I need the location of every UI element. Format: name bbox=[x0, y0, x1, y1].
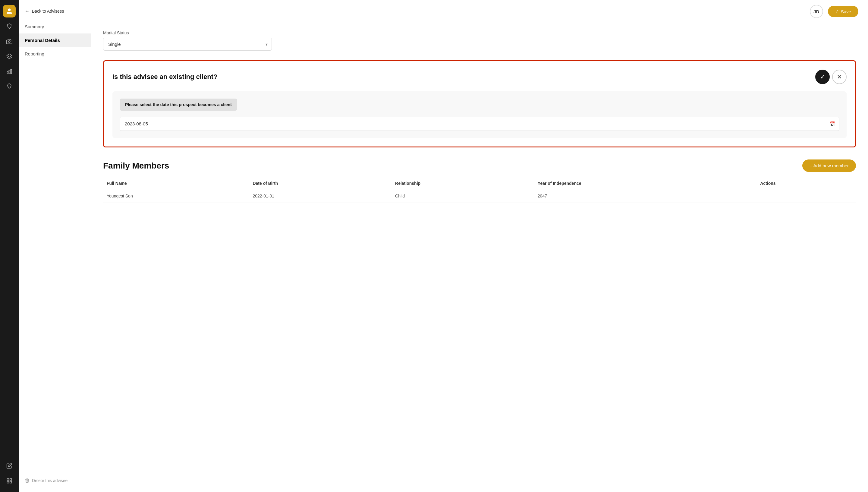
top-bar: JD ✓ Save bbox=[91, 0, 868, 23]
svg-rect-6 bbox=[10, 479, 12, 481]
user-avatar[interactable]: JD bbox=[810, 5, 823, 18]
save-button[interactable]: ✓ Save bbox=[828, 6, 858, 17]
add-new-member-button[interactable]: + Add new member bbox=[802, 159, 856, 172]
trash-icon bbox=[25, 478, 29, 483]
svg-rect-8 bbox=[10, 482, 12, 483]
sidebar-icon-camera[interactable] bbox=[3, 35, 16, 48]
cell-year-independence: 2047 bbox=[534, 189, 757, 203]
col-actions: Actions bbox=[757, 178, 856, 189]
col-dob: Date of Birth bbox=[249, 178, 391, 189]
svg-rect-2 bbox=[7, 71, 8, 74]
family-members-header: Family Members + Add new member bbox=[103, 159, 856, 172]
sidebar-icon-shield[interactable] bbox=[3, 20, 16, 32]
delete-advisee-button[interactable]: Delete this advisee bbox=[19, 474, 91, 487]
marital-status-select-wrapper: Single Married Divorced Widowed ▾ bbox=[103, 38, 272, 51]
family-members-title: Family Members bbox=[103, 161, 169, 171]
card-action-buttons: ✓ ✕ bbox=[815, 70, 847, 84]
family-members-table: Full Name Date of Birth Relationship Yea… bbox=[103, 178, 856, 203]
marital-status-label: Marital Status bbox=[103, 30, 856, 35]
sidebar-icon-edit[interactable] bbox=[3, 460, 16, 472]
family-members-section: Family Members + Add new member Full Nam… bbox=[103, 159, 856, 203]
delete-advisee-label: Delete this advisee bbox=[32, 478, 68, 483]
cell-full-name: Youngest Son bbox=[103, 189, 249, 203]
table-row: Youngest Son 2022-01-01 Child 2047 bbox=[103, 189, 856, 203]
sidebar bbox=[0, 0, 19, 492]
col-full-name: Full Name bbox=[103, 178, 249, 189]
sidebar-icon-lightbulb[interactable] bbox=[3, 80, 16, 93]
sidebar-icon-chart[interactable] bbox=[3, 65, 16, 78]
existing-client-card: Is this advisee an existing client? ✓ ✕ … bbox=[103, 60, 856, 147]
date-input-wrapper: 📅 bbox=[120, 117, 839, 131]
svg-rect-4 bbox=[10, 69, 11, 74]
col-relationship: Relationship bbox=[391, 178, 534, 189]
col-year-independence: Year of Independence bbox=[534, 178, 757, 189]
sidebar-icon-person[interactable] bbox=[3, 5, 16, 18]
marital-status-field: Marital Status Single Married Divorced W… bbox=[103, 30, 856, 51]
cell-dob: 2022-01-01 bbox=[249, 189, 391, 203]
client-card-header: Is this advisee an existing client? ✓ ✕ bbox=[112, 70, 847, 84]
checkmark-icon: ✓ bbox=[820, 73, 825, 80]
svg-rect-7 bbox=[7, 482, 9, 483]
client-card-title: Is this advisee an existing client? bbox=[112, 73, 217, 81]
save-checkmark-icon: ✓ bbox=[835, 9, 839, 14]
svg-rect-3 bbox=[9, 70, 10, 74]
back-to-advisees-link[interactable]: ← Back to Advisees bbox=[19, 5, 91, 18]
back-arrow-icon: ← bbox=[25, 8, 29, 14]
client-date-section: Please select the date this prospect bec… bbox=[112, 91, 847, 138]
svg-point-0 bbox=[8, 41, 10, 43]
svg-marker-1 bbox=[7, 54, 12, 57]
back-label: Back to Advisees bbox=[32, 9, 64, 14]
prospect-date-input[interactable] bbox=[120, 117, 839, 131]
table-header-row: Full Name Date of Birth Relationship Yea… bbox=[103, 178, 856, 189]
sidebar-icon-layers[interactable] bbox=[3, 50, 16, 63]
nav-panel: ← Back to Advisees Summary Personal Deta… bbox=[19, 0, 91, 492]
svg-rect-5 bbox=[7, 479, 9, 481]
cancel-client-button[interactable]: ✕ bbox=[832, 70, 847, 84]
cell-actions bbox=[757, 189, 856, 203]
date-hint: Please select the date this prospect bec… bbox=[120, 99, 237, 110]
cell-relationship: Child bbox=[391, 189, 534, 203]
nav-item-reporting[interactable]: Reporting bbox=[19, 47, 91, 60]
nav-item-summary[interactable]: Summary bbox=[19, 20, 91, 33]
nav-item-personal-details[interactable]: Personal Details bbox=[19, 33, 91, 47]
main-content: JD ✓ Save Marital Status Single Married … bbox=[91, 0, 868, 492]
close-icon: ✕ bbox=[837, 73, 842, 80]
marital-status-select[interactable]: Single Married Divorced Widowed bbox=[103, 38, 272, 51]
sidebar-icon-grid[interactable] bbox=[3, 474, 16, 487]
content-area: Marital Status Single Married Divorced W… bbox=[91, 23, 868, 215]
confirm-client-button[interactable]: ✓ bbox=[815, 70, 830, 84]
